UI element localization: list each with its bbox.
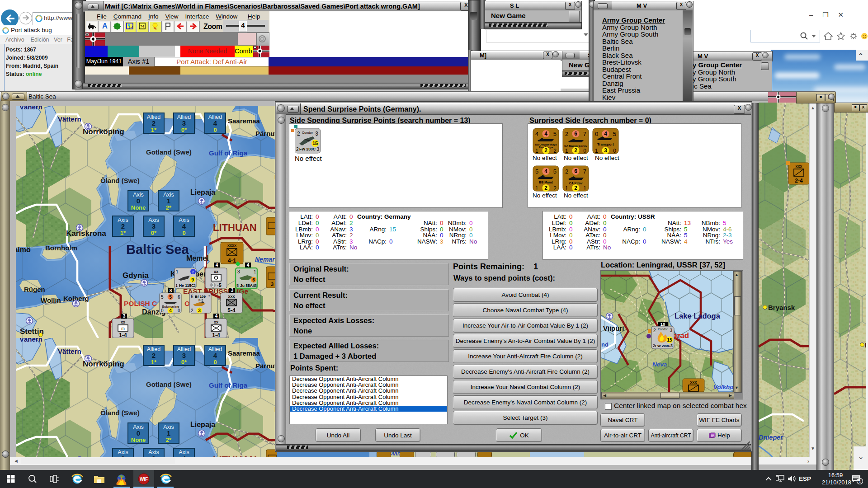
svg-text:0: 0 bbox=[583, 148, 586, 154]
svg-text:1: 1 bbox=[535, 185, 538, 192]
svg-text:6: 6 bbox=[574, 168, 577, 174]
svg-text:4: 4 bbox=[544, 168, 547, 174]
svg-text:xxx: xxx bbox=[690, 380, 697, 385]
svg-text:6: 6 bbox=[574, 131, 577, 137]
svg-text:4: 4 bbox=[604, 131, 607, 137]
svg-text:Neva: Neva bbox=[652, 361, 667, 368]
svg-text:3: 3 bbox=[670, 343, 673, 348]
svg-text:15: 15 bbox=[667, 338, 672, 343]
svg-text:15: 15 bbox=[312, 141, 318, 146]
svg-text:3: 3 bbox=[670, 328, 672, 333]
svg-text:FW 200C: FW 200C bbox=[655, 344, 670, 348]
svg-text:BB Marat: BB Marat bbox=[539, 181, 553, 184]
svg-text:2: 2 bbox=[653, 328, 656, 333]
svg-text:2: 2 bbox=[297, 131, 300, 137]
svg-text:Volkho: Volkho bbox=[713, 384, 733, 390]
svg-text:1: 1 bbox=[595, 148, 598, 154]
svg-text:2: 2 bbox=[296, 147, 299, 152]
svg-text:CA Maxim Gorkiy: CA Maxim Gorkiy bbox=[564, 144, 588, 147]
svg-text:CA Kirov: CA Kirov bbox=[569, 182, 583, 185]
svg-text:4: 4 bbox=[535, 131, 538, 137]
svg-text:FW 200C: FW 200C bbox=[299, 147, 316, 151]
svg-text:5: 5 bbox=[535, 168, 538, 175]
svg-text:1-4: 1-4 bbox=[128, 26, 133, 29]
svg-text:0: 0 bbox=[613, 148, 616, 154]
svg-text:74: 74 bbox=[140, 24, 144, 28]
svg-text:Bryansk: Bryansk bbox=[768, 304, 795, 311]
svg-text:Viipuri: Viipuri bbox=[603, 324, 624, 332]
svg-text:1: 1 bbox=[565, 185, 568, 192]
svg-text:Condor: Condor bbox=[658, 328, 668, 331]
svg-text:WiF: WiF bbox=[140, 477, 148, 482]
svg-text:nd: nd bbox=[601, 341, 609, 348]
svg-text:2: 2 bbox=[565, 168, 568, 175]
svg-text:4: 4 bbox=[544, 131, 547, 137]
svg-text:1: 1 bbox=[859, 479, 861, 484]
svg-text:7: 7 bbox=[583, 168, 586, 175]
svg-text:0: 0 bbox=[595, 131, 598, 137]
svg-text:1: 1 bbox=[583, 185, 586, 192]
svg-text:2: 2 bbox=[544, 185, 547, 191]
svg-text:3: 3 bbox=[316, 147, 319, 152]
svg-text:3: 3 bbox=[604, 147, 607, 154]
svg-text:10: 10 bbox=[660, 322, 665, 327]
svg-text:2: 2 bbox=[574, 185, 577, 191]
svg-text:2: 2 bbox=[574, 147, 577, 154]
svg-text:5: 5 bbox=[613, 131, 616, 137]
svg-text:Transport: Transport bbox=[597, 142, 614, 146]
svg-text:xxx: xxx bbox=[795, 164, 802, 169]
svg-text:2: 2 bbox=[553, 185, 557, 192]
svg-text:1: 1 bbox=[565, 148, 568, 154]
svg-text:5: 5 bbox=[553, 131, 557, 137]
svg-text:2: 2 bbox=[553, 148, 557, 154]
svg-text:2: 2 bbox=[565, 131, 568, 137]
svg-text:Lake Ladoga: Lake Ladoga bbox=[675, 312, 721, 320]
svg-text:2-4: 2-4 bbox=[795, 178, 803, 184]
svg-text:5: 5 bbox=[553, 168, 557, 175]
svg-text:Condor: Condor bbox=[302, 131, 313, 135]
svg-text:2: 2 bbox=[544, 147, 547, 154]
svg-text:Dnieper: Dnieper bbox=[759, 434, 783, 441]
svg-text:3: 3 bbox=[315, 131, 318, 137]
svg-text:7: 7 bbox=[583, 131, 586, 137]
svg-text:1: 1 bbox=[535, 148, 538, 154]
